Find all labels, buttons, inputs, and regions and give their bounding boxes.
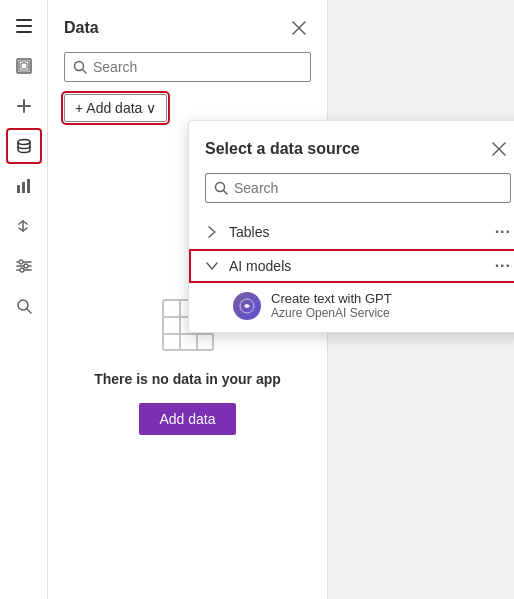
svg-rect-7	[22, 182, 25, 193]
sidebar-item-add[interactable]	[6, 88, 42, 124]
sds-item-tables[interactable]: Tables ···	[189, 215, 514, 249]
add-data-dropdown-icon: ∨	[146, 100, 156, 116]
svg-point-5	[18, 140, 30, 145]
search-icon	[15, 297, 33, 315]
database-icon	[15, 137, 33, 155]
gpt-item-title: Create text with GPT	[271, 291, 392, 306]
tables-chevron-right-icon	[205, 225, 219, 239]
sidebar-item-search[interactable]	[6, 288, 42, 324]
chart-icon	[15, 177, 33, 195]
sds-tables-label: Tables	[229, 224, 269, 240]
sidebar-item-layers[interactable]	[6, 48, 42, 84]
svg-rect-2	[21, 63, 27, 69]
sidebar-item-settings[interactable]	[6, 248, 42, 284]
sds-tables-more-icon[interactable]: ···	[495, 223, 511, 241]
gpt-icon	[233, 292, 261, 320]
sds-title: Select a data source	[205, 140, 360, 158]
ai-models-chevron-down-icon	[205, 259, 219, 273]
data-panel-close-button[interactable]	[287, 16, 311, 40]
sds-item-ai-models[interactable]: AI models ···	[189, 249, 514, 283]
sds-sub-item-gpt[interactable]: Create text with GPT Azure OpenAI Servic…	[189, 283, 514, 328]
add-icon	[15, 97, 33, 115]
sds-search-box[interactable]	[205, 173, 511, 203]
sidebar-item-arrows[interactable]	[6, 208, 42, 244]
svg-rect-6	[17, 185, 20, 193]
gpt-item-text: Create text with GPT Azure OpenAI Servic…	[271, 291, 392, 320]
data-panel-search-icon	[73, 60, 87, 74]
select-datasource-panel: Select a data source	[188, 120, 514, 333]
sds-item-ai-models-left: AI models	[205, 258, 291, 274]
arrows-icon	[15, 217, 33, 235]
svg-rect-8	[27, 179, 30, 193]
svg-line-30	[224, 191, 228, 195]
add-data-primary-button[interactable]: Add data	[139, 403, 235, 435]
sds-search-icon	[214, 181, 228, 195]
main-content: Data + Add data ∨	[48, 0, 514, 599]
hamburger-icon	[10, 13, 38, 39]
sds-ai-models-more-icon[interactable]: ···	[495, 257, 511, 275]
data-panel-header: Data	[48, 0, 327, 48]
sidebar	[0, 0, 48, 599]
empty-state-text: There is no data in your app	[94, 371, 281, 387]
svg-line-21	[83, 70, 87, 74]
sds-header: Select a data source	[189, 121, 514, 169]
sds-item-tables-left: Tables	[205, 224, 269, 240]
sidebar-item-chart[interactable]	[6, 168, 42, 204]
gpt-symbol-icon	[239, 298, 255, 314]
svg-point-15	[20, 268, 24, 272]
layers-icon	[15, 57, 33, 75]
svg-point-14	[24, 264, 28, 268]
sidebar-item-hamburger[interactable]	[6, 8, 42, 44]
svg-point-13	[19, 260, 23, 264]
add-data-label: + Add data	[75, 100, 142, 116]
add-data-button[interactable]: + Add data ∨	[64, 94, 167, 122]
sds-close-icon	[492, 142, 506, 156]
data-panel-title: Data	[64, 19, 99, 37]
data-panel-search-box[interactable]	[64, 52, 311, 82]
close-icon	[292, 21, 306, 35]
data-panel-search-input[interactable]	[93, 59, 302, 75]
gpt-item-subtitle: Azure OpenAI Service	[271, 306, 392, 320]
sds-ai-models-label: AI models	[229, 258, 291, 274]
sds-search-input[interactable]	[234, 180, 502, 196]
settings-icon	[15, 257, 33, 275]
sds-close-button[interactable]	[487, 137, 511, 161]
sds-list: Tables ··· AI models ···	[189, 211, 514, 332]
sidebar-item-database[interactable]	[6, 128, 42, 164]
svg-line-17	[27, 309, 31, 313]
